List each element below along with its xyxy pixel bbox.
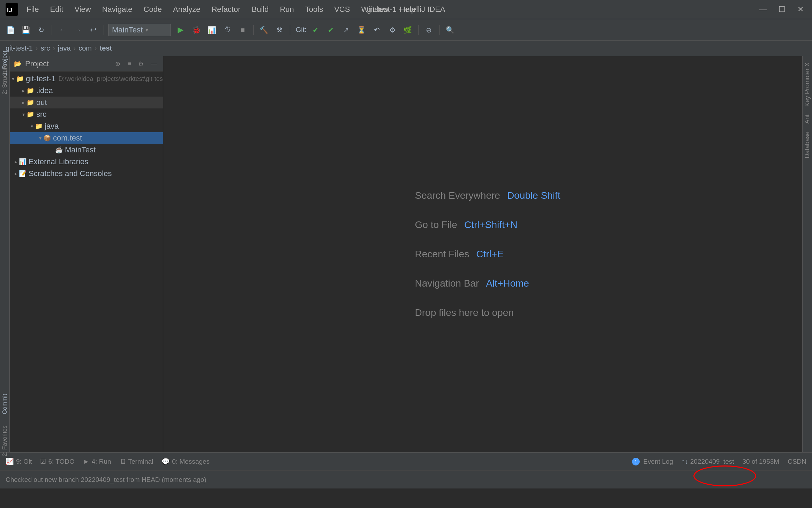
menu-build[interactable]: Build — [247, 3, 274, 15]
tree-java[interactable]: ▾ 📁 java — [10, 120, 163, 132]
git-settings-btn[interactable]: ⚙ — [386, 24, 399, 36]
run-tool-icon: ► — [83, 458, 90, 465]
menu-run[interactable]: Run — [275, 3, 299, 15]
panel-gear-btn[interactable]: ⚙ — [136, 59, 145, 68]
toolbar-sep-6 — [439, 25, 440, 35]
panel-add-btn[interactable]: ⊕ — [113, 59, 122, 68]
git-tool-label: 9: Git — [16, 458, 32, 465]
tree-scratches[interactable]: ▸ 📝 Scratches and Consoles — [10, 168, 163, 180]
tree-external-libs[interactable]: ▸ 📊 External Libraries — [10, 156, 163, 168]
forward-btn[interactable]: → — [72, 24, 84, 36]
root-folder-icon: 📁 — [16, 75, 24, 83]
menu-view[interactable]: View — [69, 3, 96, 15]
com-test-folder-icon: 📦 — [43, 134, 51, 142]
git-rollback-btn[interactable]: ↶ — [371, 24, 383, 36]
maximize-button[interactable]: ☐ — [776, 4, 788, 15]
git-check2-btn[interactable]: ✔ — [325, 24, 337, 36]
menu-refactor[interactable]: Refactor — [206, 3, 245, 15]
menu-edit[interactable]: Edit — [45, 3, 68, 15]
breadcrumb-sep-3: › — [74, 44, 76, 52]
todo-tool-btn[interactable]: ☑ 6: TODO — [40, 457, 74, 465]
tree-out[interactable]: ▸ 📁 out — [10, 97, 163, 108]
src-expand-icon[interactable]: ▾ — [20, 112, 27, 117]
search-everywhere-btn[interactable]: 🔍 — [444, 24, 457, 36]
favorites-tool-btn[interactable]: 2: Favorites — [1, 437, 9, 445]
panel-settings-btn[interactable]: ≡ — [126, 59, 133, 68]
tree-idea[interactable]: ▸ 📁 .idea — [10, 85, 163, 97]
tree-com-test[interactable]: ▾ 📦 com.test — [10, 132, 163, 144]
git-push-btn[interactable]: ↗ — [340, 24, 353, 36]
notification-text: Checked out new branch 20220409_test fro… — [6, 476, 206, 484]
build-btn[interactable]: 🔨 — [258, 24, 270, 36]
database-btn[interactable]: Database — [803, 128, 812, 162]
go-to-file-label: Go to File — [415, 219, 457, 230]
csdn-btn[interactable]: CSDN — [788, 458, 806, 465]
commit-tool-btn[interactable]: Commit — [1, 400, 9, 408]
run-button[interactable]: ► — [174, 24, 188, 36]
out-expand-icon[interactable]: ▸ — [20, 100, 27, 105]
search-everywhere-shortcut: Double Shift — [507, 190, 561, 201]
main-test-label: MainTest — [65, 145, 96, 154]
menu-analyze[interactable]: Analyze — [168, 3, 205, 15]
src-label: src — [36, 110, 46, 119]
recent-files-row: Recent Files Ctrl+E — [415, 249, 561, 260]
main-toolbar: 📄 💾 ↻ ← → ↩ MainTest ▾ ► 🐞 📊 ⏱ ■ 🔨 ⚒ Git… — [0, 19, 812, 41]
menu-file[interactable]: File — [22, 3, 44, 15]
git-history-btn[interactable]: ⏳ — [355, 24, 368, 36]
build2-btn[interactable]: ⚒ — [273, 24, 286, 36]
menu-code[interactable]: Code — [139, 3, 167, 15]
minimize-button[interactable]: — — [756, 4, 769, 15]
java-expand-icon[interactable]: ▾ — [29, 123, 35, 129]
editor-area: Search Everywhere Double Shift Go to Fil… — [163, 56, 812, 452]
tree-main-test[interactable]: ▸ ☕ MainTest — [10, 144, 163, 156]
git-tool-btn[interactable]: 📈 9: Git — [6, 457, 32, 465]
key-promoter-btn[interactable]: Key Promoter X — [803, 59, 812, 110]
src-folder-icon: 📁 — [27, 111, 34, 118]
recent-files-label: Recent Files — [415, 249, 469, 260]
root-expand-icon[interactable]: ▾ — [10, 76, 16, 82]
menu-vcs[interactable]: VCS — [329, 3, 355, 15]
com-test-expand-icon[interactable]: ▾ — [37, 135, 43, 141]
search-everywhere-row: Search Everywhere Double Shift — [415, 190, 561, 201]
close-button[interactable]: ✕ — [795, 4, 806, 15]
menu-tools[interactable]: Tools — [300, 3, 328, 15]
save-btn[interactable]: 💾 — [20, 24, 32, 36]
event-log-btn[interactable]: 1 Event Log — [632, 458, 673, 465]
branch-btn[interactable]: ↑↓ 20220409_test — [682, 458, 734, 465]
profile-btn[interactable]: ⏱ — [221, 24, 234, 36]
breadcrumb-src[interactable]: src — [40, 44, 50, 52]
ant-btn[interactable]: Ant — [803, 111, 812, 127]
debug-btn[interactable]: 🐞 — [190, 24, 203, 36]
git-branches-btn[interactable]: 🌿 — [401, 24, 414, 36]
structure-tool-btn[interactable]: 2: Structure — [1, 75, 9, 83]
back-btn[interactable]: ← — [56, 24, 69, 36]
project-panel-title: Project — [25, 59, 110, 68]
drop-files-row: Drop files here to open — [415, 307, 561, 318]
panel-close-btn[interactable]: — — [149, 59, 159, 68]
refresh-btn[interactable]: ↻ — [35, 24, 47, 36]
split-btn[interactable]: ⊖ — [423, 24, 435, 36]
window-controls: — ☐ ✕ — [756, 4, 806, 15]
git-toolbar-icon[interactable]: 📄 — [4, 24, 17, 36]
terminal-tool-btn[interactable]: 🖥 Terminal — [120, 458, 153, 465]
ext-libs-expand-icon[interactable]: ▸ — [13, 159, 19, 165]
tree-root[interactable]: ▾ 📁 git-test-1 D:\work\idea_projects\wor… — [10, 73, 163, 85]
idea-expand-icon[interactable]: ▸ — [20, 88, 27, 93]
todo-icon: ☑ — [40, 457, 46, 465]
undo-btn[interactable]: ↩ — [87, 24, 99, 36]
breadcrumb-test: test — [100, 44, 112, 52]
tree-src[interactable]: ▾ 📁 src — [10, 108, 163, 120]
messages-tool-btn[interactable]: 💬 0: Messages — [161, 457, 210, 465]
stop-btn[interactable]: ■ — [236, 24, 249, 36]
run-config-dropdown[interactable]: MainTest ▾ — [108, 24, 171, 36]
scratches-expand-icon[interactable]: ▸ — [13, 171, 19, 176]
coverage-btn[interactable]: 📊 — [206, 24, 218, 36]
breadcrumb-root[interactable]: git-test-1 — [6, 44, 33, 52]
toolbar-sep-3 — [253, 25, 254, 35]
menu-navigate[interactable]: Navigate — [97, 3, 137, 15]
line-col-btn[interactable]: 30 of 1953M — [743, 458, 780, 465]
run-tool-btn[interactable]: ► 4: Run — [83, 458, 111, 465]
breadcrumb-java[interactable]: java — [58, 44, 71, 52]
git-check-btn[interactable]: ✔ — [309, 24, 322, 36]
breadcrumb-com[interactable]: com — [78, 44, 92, 52]
